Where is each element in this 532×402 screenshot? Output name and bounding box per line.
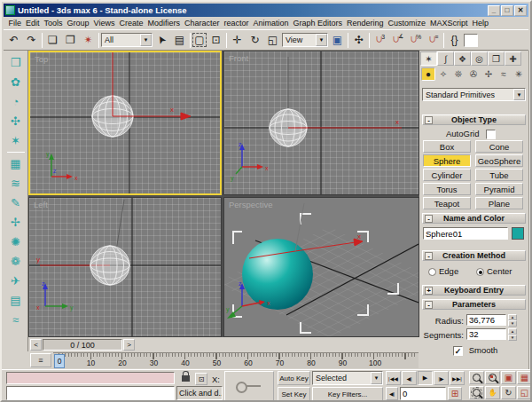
star-shape-icon[interactable]: ✶ [6, 131, 26, 150]
viewport-front[interactable]: Front x z x [223, 51, 419, 195]
segments-field[interactable] [466, 328, 506, 340]
frame-marker[interactable]: 0 [54, 354, 65, 368]
maxscript-listener-pink[interactable] [6, 372, 175, 384]
box-stack-icon[interactable]: ❒ [6, 53, 26, 72]
autogrid-checkbox[interactable] [486, 130, 496, 139]
set-keys-button[interactable] [224, 371, 274, 401]
panel-tab-motion[interactable]: ◎ [471, 51, 488, 66]
edit-named-selections-icon[interactable]: {} [446, 32, 463, 49]
selection-lock-icon[interactable] [182, 375, 190, 382]
object-type-tube[interactable]: Tube [475, 169, 523, 181]
spinner-up-icon[interactable]: ▲ [508, 314, 517, 320]
rollout-parameters[interactable]: - Parameters [422, 299, 526, 310]
spinner-snap-icon[interactable]: ∩≡ [425, 32, 442, 49]
select-and-link-icon[interactable]: ❏ [44, 32, 61, 49]
bind-to-spacewarp-icon[interactable]: ✴ [80, 32, 97, 49]
menu-item-modifiers[interactable]: Modifiers [145, 19, 183, 28]
category-space-warps-icon[interactable]: ≈ [497, 67, 511, 81]
object-type-cylinder[interactable]: Cylinder [423, 169, 471, 181]
category-shapes-icon[interactable]: ✧ [436, 67, 450, 81]
use-center-icon[interactable]: ▣ [329, 32, 346, 49]
primitives-category-dropdown[interactable]: Standard Primitives ▼ [422, 88, 526, 101]
previous-frame-button[interactable]: ◀| [402, 371, 417, 385]
spinner-down-icon[interactable]: ▼ [508, 320, 517, 327]
selection-filter-dropdown[interactable]: All ▼ [101, 33, 153, 47]
arc-rotate-icon[interactable]: ↻ [501, 386, 516, 399]
region-select-icon[interactable]: ▢ [192, 33, 207, 47]
selection-set-dropdown[interactable]: Selected ▼ [312, 371, 383, 385]
chevron-down-icon[interactable]: ▼ [513, 89, 525, 100]
menu-item-character[interactable]: Character [182, 19, 222, 28]
mini-curve-editor-icon[interactable]: ≡ [30, 353, 51, 367]
absolute-offset-mode-icon[interactable]: ⊡ [195, 373, 207, 385]
go-to-start-button[interactable]: |◀◀ [386, 371, 401, 385]
panel-icon[interactable]: ▦ [6, 154, 26, 173]
rollout-creation-method[interactable]: - Creation Method [422, 250, 526, 261]
spinner-down-icon[interactable]: ▼ [508, 335, 517, 341]
panel-tab-hierarchy[interactable]: ❖ [454, 51, 471, 66]
springs-icon[interactable]: ≋ [6, 174, 26, 193]
airplane-icon[interactable]: ✈ [6, 272, 26, 290]
zoom-icon[interactable] [469, 371, 484, 384]
menu-item-help[interactable]: Help [470, 19, 491, 28]
minimize-button[interactable]: _ [488, 5, 500, 16]
auto-key-button[interactable]: Auto Key [278, 371, 310, 385]
undo-icon[interactable]: ↶ [5, 32, 22, 49]
time-slider-next-button[interactable]: > [123, 339, 135, 351]
waves-icon[interactable]: ≈ [6, 311, 26, 329]
rollout-name-and-color[interactable]: - Name and Color [422, 213, 526, 224]
particles-icon[interactable]: ✢ [6, 213, 26, 232]
cloth-icon[interactable]: ✿ [6, 73, 26, 91]
select-and-rotate-icon[interactable]: ↻ [246, 32, 263, 49]
select-object-icon[interactable]: ➤ [153, 32, 170, 49]
menu-item-reactor[interactable]: reactor [222, 19, 251, 28]
menu-item-tools[interactable]: Tools [42, 19, 65, 28]
key-filters-button[interactable]: Key Filters... [312, 387, 383, 401]
maxscript-listener-white[interactable] [6, 386, 175, 400]
panel-scrollbar[interactable] [528, 51, 532, 369]
cards-icon[interactable]: ▤ [6, 291, 26, 310]
category-helpers-icon[interactable]: ✢ [481, 67, 496, 81]
chevron-down-icon[interactable]: ▼ [316, 34, 327, 46]
object-type-geosphere[interactable]: GeoSphere [475, 154, 523, 167]
segments-spinner[interactable]: ▲▼ [508, 328, 517, 340]
menu-item-group[interactable]: Group [65, 19, 91, 28]
rollout-keyboard-entry[interactable]: + Keyboard Entry [422, 285, 526, 296]
angle-snap-icon[interactable]: ∩∡ [389, 32, 406, 49]
spinner-up-icon[interactable]: ▲ [508, 328, 517, 335]
close-button[interactable]: ✕ [514, 5, 527, 16]
zoom-all-icon[interactable] [485, 371, 500, 384]
plant-icon[interactable]: ❁ [6, 252, 26, 271]
select-by-name-icon[interactable]: ▤ [171, 32, 188, 49]
crossing-select-icon[interactable]: ⊡ [207, 32, 224, 49]
pen-icon[interactable]: ✎ [6, 193, 26, 212]
object-type-box[interactable]: Box [423, 140, 471, 153]
object-color-swatch[interactable] [512, 227, 524, 240]
viewport-top[interactable]: Top x y x [28, 51, 222, 195]
object-type-teapot[interactable]: Teapot [423, 197, 471, 209]
named-selection-field[interactable] [464, 34, 478, 47]
chevron-down-icon[interactable]: ▼ [371, 372, 382, 384]
unlink-selection-icon[interactable]: ❐ [62, 32, 79, 49]
panel-tab-display[interactable]: ❐ [488, 51, 505, 66]
radio-center-icon[interactable] [476, 268, 484, 276]
play-button[interactable]: ▶ [418, 371, 433, 385]
time-slider-prev-button[interactable]: < [30, 339, 42, 351]
maximize-button[interactable]: □ [501, 5, 513, 16]
chevron-down-icon[interactable]: ▼ [140, 34, 152, 46]
pan-icon[interactable]: ✋ [485, 386, 500, 399]
select-and-move-icon[interactable]: ✛ [229, 32, 246, 49]
object-type-sphere[interactable]: Sphere [423, 154, 471, 167]
reference-coordsys-dropdown[interactable]: View ▼ [282, 33, 328, 47]
menu-item-file[interactable]: File [6, 19, 24, 28]
next-frame-button[interactable]: |▶ [434, 371, 449, 385]
go-to-end-button[interactable]: ▶▶| [450, 371, 465, 385]
radio-edge-icon[interactable] [428, 268, 436, 276]
sphere-slice-icon[interactable]: ◔ [6, 92, 26, 111]
lathe-icon[interactable]: ✣ [6, 112, 26, 130]
panel-tab-modify[interactable]: ∫ [437, 51, 454, 66]
manipulate-icon[interactable]: ✣ [350, 32, 367, 49]
menu-item-rendering[interactable]: Rendering [345, 19, 387, 28]
menu-item-graph-editors[interactable]: Graph Editors [291, 19, 345, 28]
category-systems-icon[interactable]: ✳ [512, 67, 526, 81]
